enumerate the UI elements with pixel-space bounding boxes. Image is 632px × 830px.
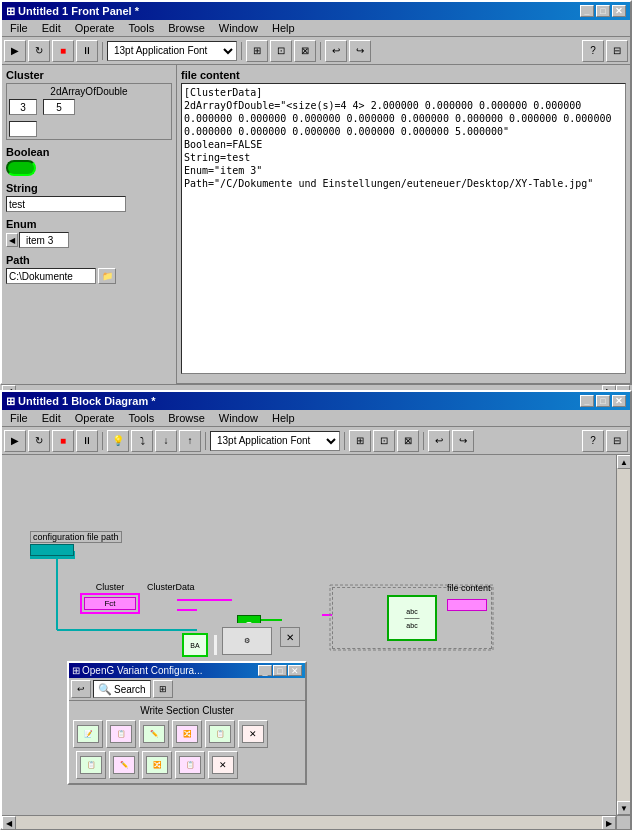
bd-menu-operate[interactable]: Operate <box>69 411 121 425</box>
enum-group: Enum ◀ item 3 <box>6 218 172 248</box>
icon-write-9[interactable]: 🔀 <box>142 751 172 779</box>
minimize-button[interactable]: _ <box>580 5 594 17</box>
bd-toolbar-sep-1 <box>102 432 103 450</box>
menu-help[interactable]: Help <box>266 21 301 35</box>
array-group: 2dArrayOfDouble 3 5 <box>6 83 172 140</box>
toolbar-separator-2 <box>241 42 242 60</box>
openg-back-button[interactable]: ↩ <box>71 680 91 698</box>
icon-write-2[interactable]: 📋 <box>106 720 136 748</box>
menu-file[interactable]: File <box>4 21 34 35</box>
string-input[interactable] <box>6 196 126 212</box>
bd-menu-file[interactable]: File <box>4 411 34 425</box>
path-input[interactable] <box>6 268 96 284</box>
run-continuously-button[interactable]: ↻ <box>28 40 50 62</box>
x-icon[interactable]: ✕ <box>280 627 300 647</box>
menu-edit[interactable]: Edit <box>36 21 67 35</box>
bd-run-continuously-button[interactable]: ↻ <box>28 430 50 452</box>
array-cell-container: 5 <box>43 99 75 115</box>
array-cell[interactable]: 5 <box>43 99 75 115</box>
bd-maximize-button[interactable]: □ <box>596 395 610 407</box>
openg-search-box[interactable]: 🔍 Search <box>93 680 151 698</box>
enum-left-arrow[interactable]: ◀ <box>6 233 18 247</box>
bd-hscrollbar: ◀ ▶ <box>2 815 616 829</box>
bd-menu-tools[interactable]: Tools <box>122 411 160 425</box>
bd-abort-button[interactable]: ■ <box>52 430 74 452</box>
boolean-toggle[interactable] <box>6 160 36 176</box>
array-row-value[interactable]: 3 <box>9 99 37 115</box>
side-panel-button[interactable]: ⊟ <box>606 40 628 62</box>
align-button[interactable]: ⊞ <box>246 40 268 62</box>
large-subvi-box[interactable]: abc ─── abc <box>332 587 492 649</box>
icon-write-4[interactable]: 🔀 <box>172 720 202 748</box>
bd-undo-button[interactable]: ↩ <box>428 430 450 452</box>
bd-redo-button[interactable]: ↪ <box>452 430 474 452</box>
bd-step-into-button[interactable]: ↓ <box>155 430 177 452</box>
bd-context-help-button[interactable]: ? <box>582 430 604 452</box>
bd-menu-window[interactable]: Window <box>213 411 264 425</box>
bd-align-button[interactable]: ⊞ <box>349 430 371 452</box>
openg-close[interactable]: ✕ <box>288 665 302 676</box>
bd-distribute-button[interactable]: ⊡ <box>373 430 395 452</box>
bd-side-panel-button[interactable]: ⊟ <box>606 430 628 452</box>
config-terminal[interactable] <box>30 544 74 556</box>
openg-maximize[interactable]: □ <box>273 665 287 676</box>
menu-operate[interactable]: Operate <box>69 21 121 35</box>
bd-hscroll-track[interactable] <box>16 816 602 829</box>
bd-menu-help[interactable]: Help <box>266 411 301 425</box>
bd-vscroll-down[interactable]: ▼ <box>617 801 630 815</box>
distribute-button[interactable]: ⊡ <box>270 40 292 62</box>
openg-minimize[interactable]: _ <box>258 665 272 676</box>
icon-write-11[interactable]: ✕ <box>208 751 238 779</box>
context-help-button[interactable]: ? <box>582 40 604 62</box>
bd-close-button[interactable]: ✕ <box>612 395 626 407</box>
undo-button[interactable]: ↩ <box>325 40 347 62</box>
bd-file-content-label: file content <box>447 583 491 593</box>
bd-hscroll-left[interactable]: ◀ <box>2 816 16 829</box>
bd-minimize-button[interactable]: _ <box>580 395 594 407</box>
menu-tools[interactable]: Tools <box>122 21 160 35</box>
icon-write-5[interactable]: 📋 <box>205 720 235 748</box>
icon-write-3[interactable]: ✏️ <box>139 720 169 748</box>
file-subvi-icon[interactable]: abc ─── abc <box>387 595 437 641</box>
bd-step-over-button[interactable]: ⤵ <box>131 430 153 452</box>
icon-write-7[interactable]: 📋 <box>76 751 106 779</box>
icon-write-10[interactable]: 📋 <box>175 751 205 779</box>
close-button[interactable]: ✕ <box>612 5 626 17</box>
redo-button[interactable]: ↪ <box>349 40 371 62</box>
bd-hscroll-right[interactable]: ▶ <box>602 816 616 829</box>
pause-button[interactable]: ⏸ <box>76 40 98 62</box>
abort-button[interactable]: ■ <box>52 40 74 62</box>
icon-write-6[interactable]: ✕ <box>238 720 268 748</box>
openg-grid-button[interactable]: ⊞ <box>153 680 173 698</box>
bd-vscroll-track[interactable] <box>617 469 630 801</box>
file-content-text[interactable]: [ClusterData] 2dArrayOfDouble="<size(s)=… <box>181 83 626 374</box>
bd-toolbar-sep-4 <box>423 432 424 450</box>
menu-browse[interactable]: Browse <box>162 21 211 35</box>
build-array-icon[interactable]: BA <box>182 633 208 657</box>
resize-button[interactable]: ⊠ <box>294 40 316 62</box>
title-buttons: _ □ ✕ <box>580 5 626 17</box>
font-selector[interactable]: 13pt Application Font <box>107 41 237 61</box>
bd-highlight-button[interactable]: 💡 <box>107 430 129 452</box>
bd-step-out-button[interactable]: ↑ <box>179 430 201 452</box>
cluster-panel: Cluster 2dArrayOfDouble 3 5 Boolean <box>2 65 177 384</box>
maximize-button[interactable]: □ <box>596 5 610 17</box>
bd-pause-button[interactable]: ⏸ <box>76 430 98 452</box>
bd-menu-browse[interactable]: Browse <box>162 411 211 425</box>
bd-font-selector[interactable]: 13pt Application Font <box>210 431 340 451</box>
icon-write-1[interactable]: 📝 <box>73 720 103 748</box>
middle-subvi[interactable]: ⚙ <box>217 623 277 659</box>
bd-run-button[interactable]: ▶ <box>4 430 26 452</box>
bd-file-content-terminal[interactable] <box>447 599 487 611</box>
fp-icon: ⊞ <box>6 5 15 18</box>
menu-window[interactable]: Window <box>213 21 264 35</box>
openg-title-left: ⊞ OpenG Variant Configura... <box>72 665 202 676</box>
browse-button[interactable]: 📁 <box>98 268 116 284</box>
bd-vscrollbar: ▲ ▼ <box>616 455 630 815</box>
run-button[interactable]: ▶ <box>4 40 26 62</box>
bd-vscroll-up[interactable]: ▲ <box>617 455 630 469</box>
bd-menu-edit[interactable]: Edit <box>36 411 67 425</box>
cluster-block[interactable]: Cluster Fct <box>80 582 140 614</box>
bd-resize-button[interactable]: ⊠ <box>397 430 419 452</box>
icon-write-8[interactable]: ✏️ <box>109 751 139 779</box>
